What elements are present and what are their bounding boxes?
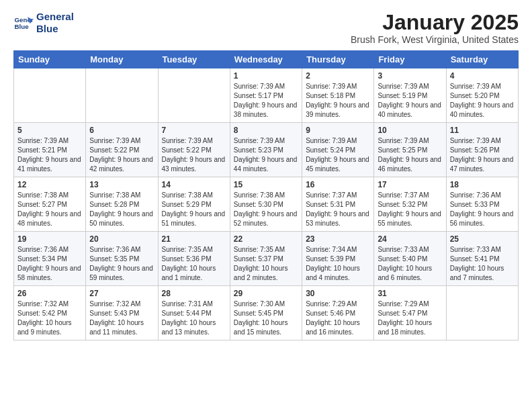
day-info: Sunrise: 7:38 AM Sunset: 5:30 PM Dayligh… xyxy=(234,191,298,228)
header-friday: Friday xyxy=(374,51,446,68)
day-info: Sunrise: 7:31 AM Sunset: 5:44 PM Dayligh… xyxy=(162,300,226,337)
table-cell: 4Sunrise: 7:39 AM Sunset: 5:20 PM Daylig… xyxy=(446,68,518,123)
day-number: 1 xyxy=(234,71,298,81)
table-cell xyxy=(446,286,518,340)
svg-text:Blue: Blue xyxy=(15,23,30,30)
day-info: Sunrise: 7:39 AM Sunset: 5:17 PM Dayligh… xyxy=(234,82,298,120)
title-block: January 2025 Brush Fork, West Virginia, … xyxy=(351,11,519,45)
day-info: Sunrise: 7:39 AM Sunset: 5:25 PM Dayligh… xyxy=(378,136,442,174)
day-number: 26 xyxy=(17,289,82,298)
day-info: Sunrise: 7:33 AM Sunset: 5:41 PM Dayligh… xyxy=(450,245,515,283)
table-cell: 8Sunrise: 7:39 AM Sunset: 5:23 PM Daylig… xyxy=(230,123,302,177)
day-info: Sunrise: 7:29 AM Sunset: 5:47 PM Dayligh… xyxy=(378,300,442,337)
day-info: Sunrise: 7:38 AM Sunset: 5:29 PM Dayligh… xyxy=(162,191,226,228)
calendar: Sunday Monday Tuesday Wednesday Thursday… xyxy=(13,50,519,340)
day-info: Sunrise: 7:37 AM Sunset: 5:31 PM Dayligh… xyxy=(306,191,370,228)
day-number: 6 xyxy=(89,126,154,135)
header-thursday: Thursday xyxy=(302,51,374,68)
day-number: 16 xyxy=(306,180,370,189)
day-number: 3 xyxy=(378,71,442,81)
table-cell: 16Sunrise: 7:37 AM Sunset: 5:31 PM Dayli… xyxy=(302,177,374,232)
table-cell xyxy=(14,68,86,123)
week-row-4: 26Sunrise: 7:32 AM Sunset: 5:42 PM Dayli… xyxy=(14,286,519,340)
day-info: Sunrise: 7:39 AM Sunset: 5:22 PM Dayligh… xyxy=(162,136,226,174)
table-cell: 27Sunrise: 7:32 AM Sunset: 5:43 PM Dayli… xyxy=(86,286,158,340)
month-title: January 2025 xyxy=(351,11,519,34)
day-number: 10 xyxy=(378,126,442,135)
day-info: Sunrise: 7:34 AM Sunset: 5:39 PM Dayligh… xyxy=(306,245,370,283)
day-info: Sunrise: 7:39 AM Sunset: 5:26 PM Dayligh… xyxy=(450,136,515,174)
table-cell: 12Sunrise: 7:38 AM Sunset: 5:27 PM Dayli… xyxy=(14,177,86,232)
table-cell: 6Sunrise: 7:39 AM Sunset: 5:22 PM Daylig… xyxy=(86,123,158,177)
day-number: 8 xyxy=(234,126,298,135)
day-info: Sunrise: 7:39 AM Sunset: 5:19 PM Dayligh… xyxy=(378,82,442,120)
table-cell: 29Sunrise: 7:30 AM Sunset: 5:45 PM Dayli… xyxy=(230,286,302,340)
table-cell: 10Sunrise: 7:39 AM Sunset: 5:25 PM Dayli… xyxy=(374,123,446,177)
logo: General Blue General Blue xyxy=(13,11,74,35)
day-info: Sunrise: 7:39 AM Sunset: 5:22 PM Dayligh… xyxy=(89,136,154,174)
table-cell: 3Sunrise: 7:39 AM Sunset: 5:19 PM Daylig… xyxy=(374,68,446,123)
day-info: Sunrise: 7:35 AM Sunset: 5:37 PM Dayligh… xyxy=(234,245,298,283)
week-row-0: 1Sunrise: 7:39 AM Sunset: 5:17 PM Daylig… xyxy=(14,68,519,123)
day-number: 21 xyxy=(162,234,226,244)
table-cell: 19Sunrise: 7:36 AM Sunset: 5:34 PM Dayli… xyxy=(14,232,86,286)
day-number: 12 xyxy=(17,180,82,189)
table-cell: 21Sunrise: 7:35 AM Sunset: 5:36 PM Dayli… xyxy=(158,232,230,286)
table-cell: 17Sunrise: 7:37 AM Sunset: 5:32 PM Dayli… xyxy=(374,177,446,232)
day-info: Sunrise: 7:38 AM Sunset: 5:27 PM Dayligh… xyxy=(17,191,82,228)
day-number: 7 xyxy=(162,126,226,135)
table-cell: 24Sunrise: 7:33 AM Sunset: 5:40 PM Dayli… xyxy=(374,232,446,286)
day-number: 11 xyxy=(450,126,515,135)
day-number: 5 xyxy=(17,126,82,135)
day-number: 28 xyxy=(162,289,226,298)
day-number: 19 xyxy=(17,234,82,244)
table-cell: 15Sunrise: 7:38 AM Sunset: 5:30 PM Dayli… xyxy=(230,177,302,232)
table-cell: 23Sunrise: 7:34 AM Sunset: 5:39 PM Dayli… xyxy=(302,232,374,286)
day-number: 13 xyxy=(89,180,154,189)
day-number: 23 xyxy=(306,234,370,244)
logo-icon: General Blue xyxy=(13,13,34,33)
weekday-header-row: Sunday Monday Tuesday Wednesday Thursday… xyxy=(14,51,519,68)
table-cell: 5Sunrise: 7:39 AM Sunset: 5:21 PM Daylig… xyxy=(14,123,86,177)
day-info: Sunrise: 7:36 AM Sunset: 5:34 PM Dayligh… xyxy=(17,245,82,283)
day-number: 29 xyxy=(234,289,298,298)
day-info: Sunrise: 7:39 AM Sunset: 5:23 PM Dayligh… xyxy=(234,136,298,174)
table-cell xyxy=(158,68,230,123)
header-saturday: Saturday xyxy=(446,51,518,68)
subtitle: Brush Fork, West Virginia, United States xyxy=(351,34,519,45)
table-cell: 9Sunrise: 7:39 AM Sunset: 5:24 PM Daylig… xyxy=(302,123,374,177)
day-number: 30 xyxy=(306,289,370,298)
table-cell: 1Sunrise: 7:39 AM Sunset: 5:17 PM Daylig… xyxy=(230,68,302,123)
day-number: 25 xyxy=(450,234,515,244)
day-number: 31 xyxy=(378,289,442,298)
table-cell: 7Sunrise: 7:39 AM Sunset: 5:22 PM Daylig… xyxy=(158,123,230,177)
day-number: 14 xyxy=(162,180,226,189)
table-cell: 22Sunrise: 7:35 AM Sunset: 5:37 PM Dayli… xyxy=(230,232,302,286)
day-info: Sunrise: 7:35 AM Sunset: 5:36 PM Dayligh… xyxy=(162,245,226,283)
header: General Blue General Blue January 2025 B… xyxy=(13,11,519,45)
table-cell: 28Sunrise: 7:31 AM Sunset: 5:44 PM Dayli… xyxy=(158,286,230,340)
day-info: Sunrise: 7:38 AM Sunset: 5:28 PM Dayligh… xyxy=(89,191,154,228)
day-info: Sunrise: 7:39 AM Sunset: 5:24 PM Dayligh… xyxy=(306,136,370,174)
week-row-2: 12Sunrise: 7:38 AM Sunset: 5:27 PM Dayli… xyxy=(14,177,519,232)
day-info: Sunrise: 7:30 AM Sunset: 5:45 PM Dayligh… xyxy=(234,300,298,337)
logo-text-2: Blue xyxy=(36,23,74,35)
day-info: Sunrise: 7:36 AM Sunset: 5:33 PM Dayligh… xyxy=(450,191,515,228)
header-tuesday: Tuesday xyxy=(158,51,230,68)
day-info: Sunrise: 7:32 AM Sunset: 5:42 PM Dayligh… xyxy=(17,300,82,337)
day-info: Sunrise: 7:36 AM Sunset: 5:35 PM Dayligh… xyxy=(89,245,154,283)
table-cell: 14Sunrise: 7:38 AM Sunset: 5:29 PM Dayli… xyxy=(158,177,230,232)
day-number: 22 xyxy=(234,234,298,244)
table-cell: 2Sunrise: 7:39 AM Sunset: 5:18 PM Daylig… xyxy=(302,68,374,123)
table-cell: 25Sunrise: 7:33 AM Sunset: 5:41 PM Dayli… xyxy=(446,232,518,286)
day-number: 4 xyxy=(450,71,515,81)
day-number: 15 xyxy=(234,180,298,189)
day-number: 2 xyxy=(306,71,370,81)
table-cell xyxy=(86,68,158,123)
header-wednesday: Wednesday xyxy=(230,51,302,68)
day-number: 18 xyxy=(450,180,515,189)
table-cell: 18Sunrise: 7:36 AM Sunset: 5:33 PM Dayli… xyxy=(446,177,518,232)
day-info: Sunrise: 7:39 AM Sunset: 5:18 PM Dayligh… xyxy=(306,82,370,120)
table-cell: 30Sunrise: 7:29 AM Sunset: 5:46 PM Dayli… xyxy=(302,286,374,340)
table-cell: 31Sunrise: 7:29 AM Sunset: 5:47 PM Dayli… xyxy=(374,286,446,340)
